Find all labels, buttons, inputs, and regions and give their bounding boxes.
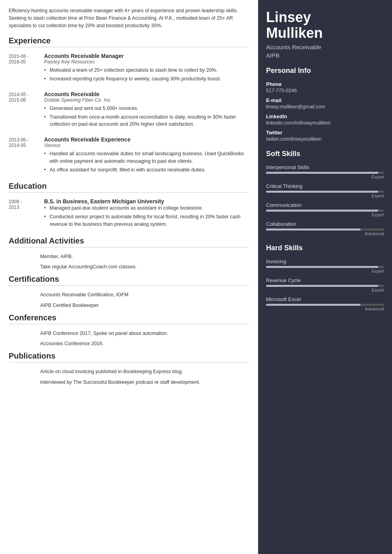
education-title: Education — [9, 182, 249, 193]
conferences-items: AIPB Conference 2017, Spoke on panel abo… — [9, 330, 249, 348]
skill-bar-fill — [266, 210, 378, 212]
skill-bar-fill — [266, 191, 378, 193]
skill-bar-fill — [266, 285, 378, 287]
right-column: LinseyMulliken Accounts Receivable AIPB … — [258, 0, 392, 554]
email-label: E-mail — [266, 97, 384, 103]
skill-level-label: Expert — [266, 212, 384, 217]
additional-section: Additional Activities Member, AIPB.Take … — [9, 236, 249, 271]
skill-bar-fill — [266, 266, 378, 268]
job-title: Accounts Receivable Manager — [44, 53, 249, 59]
job-title: Accounts Receivable Experience — [44, 136, 249, 143]
company-name: Various — [44, 143, 249, 148]
email-value: linsey.mulliken@gmail.com — [266, 104, 384, 110]
entry-content: Accounts Receivable ExperienceVariousHan… — [44, 136, 249, 175]
list-item: Take regular AccountingCoach.com classes… — [9, 263, 249, 271]
list-item: AIPB Certified Bookkeeper — [9, 302, 249, 309]
soft-skills-title: Soft Skills — [266, 150, 384, 160]
skill-item: Revenue CycleExpert — [266, 277, 384, 292]
list-item: Article on cloud invoicing published in … — [9, 368, 249, 376]
entry-date: 2015-06 - 2018-05 — [9, 53, 44, 84]
experience-entry: 2015-06 - 2018-05Accounts Receivable Man… — [9, 53, 249, 84]
list-item: Member, AIPB. — [9, 253, 249, 260]
bullet-item: Increased reporting cycle frequency to w… — [44, 75, 249, 83]
bullet-list: Generated and sent out 5,000+ invoices.T… — [44, 105, 249, 128]
skill-bar-fill — [266, 304, 361, 306]
skill-name: Invoicing — [266, 258, 384, 264]
experience-entries: 2015-06 - 2018-05Accounts Receivable Man… — [9, 53, 249, 175]
skill-name: Interpersonal Skills — [266, 164, 384, 170]
skill-bar-fill — [266, 229, 361, 231]
list-item: Accountex Conference 2016. — [9, 340, 249, 348]
conferences-section: Conferences AIPB Conference 2017, Spoke … — [9, 313, 249, 348]
entry-content: B.S. in Business, Eastern Michigan Unive… — [44, 198, 249, 229]
skill-bar-background — [266, 285, 384, 287]
bullet-item: Managed past-due student accounts as ass… — [44, 204, 249, 212]
job-title: Accounts Receivable — [44, 91, 249, 97]
entry-date: 2009 - 2013 — [9, 198, 44, 229]
person-name: LinseyMulliken — [266, 9, 384, 41]
person-subtitle2: AIPB — [266, 52, 384, 59]
hard-skills-list: InvoicingExpertRevenue CycleExpertMicros… — [266, 258, 384, 311]
summary-text: Efficiency-hunting accounts receivable m… — [9, 7, 249, 29]
skill-name: Critical Thinking — [266, 183, 384, 189]
twitter-value: twitter.com/linseymulliken — [266, 136, 384, 142]
entry-date: 2013-06 - 2014-05 — [9, 136, 44, 175]
experience-entry: 2014-05 - 2015-06Accounts ReceivableDobb… — [9, 91, 249, 129]
bullet-item: Motivated a team of 25+ collection speci… — [44, 67, 249, 74]
hard-skills-title: Hard Skills — [266, 244, 384, 254]
skill-level-label: Expert — [266, 175, 384, 179]
experience-entry: 2013-06 - 2014-05Accounts Receivable Exp… — [9, 136, 249, 175]
skill-level-label: Expert — [266, 288, 384, 292]
list-item: Interviewed by The Successful Bookkeeper… — [9, 379, 249, 386]
skill-bar-background — [266, 210, 384, 212]
skill-item: Interpersonal SkillsExpert — [266, 164, 384, 179]
job-title: B.S. in Business, Eastern Michigan Unive… — [44, 198, 249, 204]
personal-info-title: Personal Info — [266, 67, 384, 76]
bullet-list: Managed past-due student accounts as ass… — [44, 204, 249, 228]
experience-section: Experience 2015-06 - 2018-05Accounts Rec… — [9, 36, 249, 175]
twitter-label: Twitter — [266, 130, 384, 136]
company-name: Dobbie Speering Fiber Co. Inc. — [44, 97, 249, 103]
bullet-item: As office assistant for nonprofit, fille… — [44, 166, 249, 174]
skill-item: CollaborationAdvanced — [266, 221, 384, 236]
bullet-item: Generated and sent out 5,000+ invoices. — [44, 105, 249, 112]
skill-name: Collaboration — [266, 221, 384, 227]
company-name: Paisley Key Resources — [44, 59, 249, 65]
publications-section: Publications Article on cloud invoicing … — [9, 351, 249, 386]
skill-bar-background — [266, 172, 384, 174]
linkedin-label: LinkedIn — [266, 113, 384, 119]
skill-item: CommunicationExpert — [266, 202, 384, 217]
education-entries: 2009 - 2013B.S. in Business, Eastern Mic… — [9, 198, 249, 229]
phone-value: 517-775-0246 — [266, 88, 384, 93]
certifications-section: Certifications Accounts Receivable Certi… — [9, 275, 249, 309]
entry-date: 2014-05 - 2015-06 — [9, 91, 44, 129]
skill-level-label: Expert — [266, 193, 384, 198]
bullet-item: Handled all accounts receivable duties f… — [44, 150, 249, 165]
certifications-title: Certifications — [9, 275, 249, 286]
experience-title: Experience — [9, 36, 249, 47]
bullet-list: Motivated a team of 25+ collection speci… — [44, 67, 249, 83]
certifications-items: Accounts Receivable Certification, IOFMA… — [9, 291, 249, 309]
additional-title: Additional Activities — [9, 236, 249, 247]
skill-bar-background — [266, 229, 384, 231]
publications-items: Article on cloud invoicing published in … — [9, 368, 249, 386]
skill-bar-background — [266, 266, 384, 268]
skill-level-label: Expert — [266, 269, 384, 273]
soft-skills-list: Interpersonal SkillsExpertCritical Think… — [266, 164, 384, 236]
list-item: AIPB Conference 2017, Spoke on panel abo… — [9, 330, 249, 337]
skill-level-label: Advanced — [266, 307, 384, 311]
experience-entry: 2009 - 2013B.S. in Business, Eastern Mic… — [9, 198, 249, 229]
skill-item: Microsoft ExcelAdvanced — [266, 296, 384, 311]
entry-content: Accounts ReceivableDobbie Speering Fiber… — [44, 91, 249, 129]
education-section: Education 2009 - 2013B.S. in Business, E… — [9, 182, 249, 229]
skill-item: InvoicingExpert — [266, 258, 384, 273]
bullet-item: Conducted senior project to automate bil… — [44, 213, 249, 228]
skill-name: Communication — [266, 202, 384, 208]
additional-items: Member, AIPB.Take regular AccountingCoac… — [9, 253, 249, 271]
conferences-title: Conferences — [9, 313, 249, 324]
skill-bar-background — [266, 191, 384, 193]
bullet-list: Handled all accounts receivable duties f… — [44, 150, 249, 173]
bullet-item: Transitioned from once-a-month account r… — [44, 113, 249, 128]
skill-bar-background — [266, 304, 384, 306]
skill-bar-fill — [266, 172, 378, 174]
